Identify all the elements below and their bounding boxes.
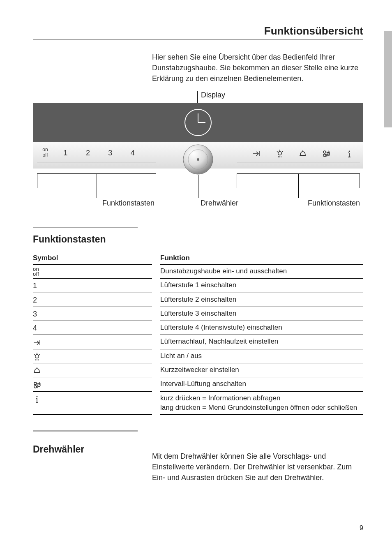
clock-icon <box>184 109 212 136</box>
onoff-bottom: off <box>42 152 48 158</box>
diagram-icon-interval <box>316 145 337 161</box>
section-divider-funktionstasten <box>33 227 138 228</box>
label-funktionstasten-left: Funktionstasten <box>99 199 154 208</box>
table-row-symbol <box>33 392 152 415</box>
svg-point-25 <box>197 158 199 161</box>
arrow-right-stop-icon <box>33 339 41 347</box>
table-row-symbol <box>33 377 152 391</box>
table-row-symbol: onoff <box>33 265 152 279</box>
page-number: 9 <box>360 524 363 532</box>
diagram-icon-info <box>339 145 360 161</box>
diagram-btn-onoff: on off <box>37 145 53 161</box>
drehwahler-text: Mit dem Drehwähler können Sie alle Vorsc… <box>152 451 363 483</box>
onoff-top: on <box>42 147 48 152</box>
table-row-funktion: Lüfternachlauf, Nachlaufzeit einstellen <box>160 335 363 349</box>
diagram-btn-3: 3 <box>100 145 120 161</box>
function-table: Symbol Funktion onoffDunstabzugshaube ei… <box>33 252 363 414</box>
table-row-funktion: Licht an / aus <box>160 349 363 363</box>
section-divider-drehwahler <box>33 430 138 432</box>
diagram-icon-light <box>269 145 291 161</box>
diagram-btn-1: 1 <box>55 145 76 161</box>
diagram-icon-bell <box>292 145 314 161</box>
th-symbol: Symbol <box>33 252 152 265</box>
diagram-line-right <box>237 162 360 162</box>
table-row-funktion: Intervall-Lüftung anschalten <box>160 377 363 391</box>
table-row-funktion: kurz drücken = Informationen abfragen la… <box>160 392 363 415</box>
bell-icon <box>33 367 41 375</box>
table-row-funktion: Lüfterstufe 4 (Intensivstufe) einschalte… <box>160 321 363 335</box>
diagram-btn-2: 2 <box>78 145 98 161</box>
table-row-symbol: 3 <box>33 307 152 321</box>
brace-right <box>237 173 360 198</box>
page-title: Funktionsübersicht <box>33 25 363 40</box>
label-funktionstasten-right: Funktionstasten <box>308 199 360 208</box>
label-drehwahler: Drehwähler <box>201 199 238 208</box>
dial-pointer-line <box>198 175 198 198</box>
table-row-symbol: 1 <box>33 279 152 293</box>
diagram-icon-arrow <box>246 145 267 161</box>
table-row-funktion: Lüfterstufe 1 einschalten <box>160 279 363 293</box>
diagram-line-left <box>37 162 156 162</box>
brace-left <box>37 173 156 198</box>
table-row-symbol: 2 <box>33 293 152 307</box>
table-row-funktion: Lüfterstufe 2 einschalten <box>160 293 363 307</box>
table-row-symbol <box>33 349 152 363</box>
table-row-symbol <box>33 335 152 349</box>
interval-icon <box>33 381 41 389</box>
table-row-symbol <box>33 363 152 377</box>
light-icon <box>33 353 41 361</box>
info-icon <box>33 395 41 403</box>
dial-icon <box>182 144 214 175</box>
table-row-symbol: 4 <box>33 321 152 335</box>
control-panel-diagram: Display on off 1 2 3 4 <box>33 91 363 215</box>
intro-text: Hier sehen Sie eine Übersicht über das B… <box>152 52 363 84</box>
diagram-btn-4: 4 <box>122 145 143 161</box>
heading-funktionstasten: Funktionstasten <box>33 234 363 245</box>
table-row-funktion: Dunstabzugshaube ein- und ausschalten <box>160 265 363 279</box>
table-row-funktion: Kurzzeitwecker einstellen <box>160 363 363 377</box>
th-funktion: Funktion <box>160 252 363 265</box>
table-row-funktion: Lüfterstufe 3 einschalten <box>160 307 363 321</box>
